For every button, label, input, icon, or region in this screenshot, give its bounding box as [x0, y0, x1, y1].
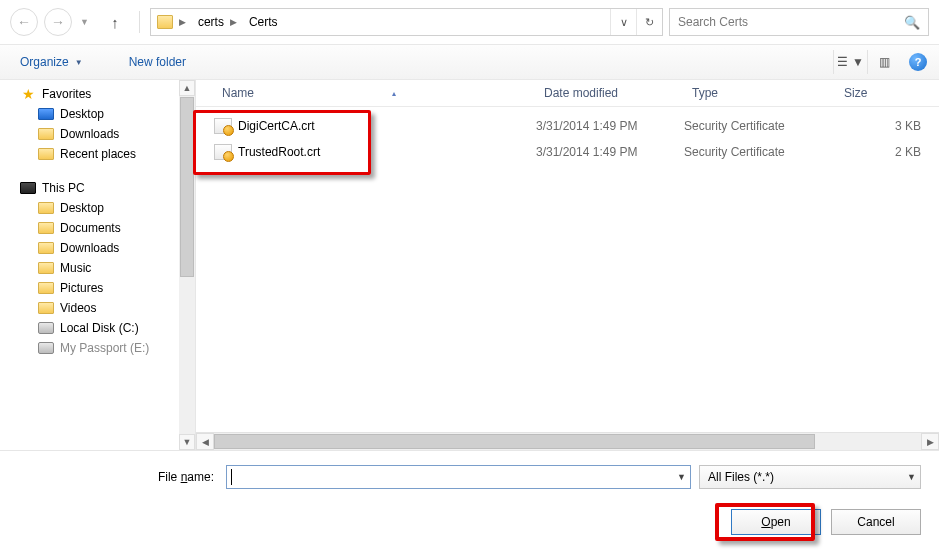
search-placeholder: Search Certs — [678, 15, 904, 29]
nav-pc-desktop[interactable]: Desktop — [0, 198, 195, 218]
cancel-button[interactable]: Cancel — [831, 509, 921, 535]
column-date-label: Date modified — [544, 86, 618, 100]
forward-button[interactable]: → — [44, 8, 72, 36]
breadcrumb-text: certs — [198, 15, 224, 29]
chevron-down-icon[interactable]: ▼ — [677, 472, 686, 482]
help-button[interactable]: ? — [909, 53, 927, 71]
preview-pane-button[interactable]: ▥ — [867, 50, 901, 74]
filter-label: All Files (*.*) — [708, 470, 774, 484]
list-view-icon: ☰ — [837, 55, 848, 69]
nav-pc-downloads[interactable]: Downloads — [0, 238, 195, 258]
cancel-label: Cancel — [857, 515, 894, 529]
sort-ascending-icon: ▴ — [392, 89, 396, 98]
preview-icon: ▥ — [879, 55, 890, 69]
scroll-right-icon[interactable]: ▶ — [921, 433, 939, 450]
filename-input[interactable]: ▼ — [226, 465, 691, 489]
nav-pc-documents[interactable]: Documents — [0, 218, 195, 238]
breadcrumb[interactable]: ▶ certs ▶ Certs ∨ ↻ — [150, 8, 663, 36]
scrollbar-thumb[interactable] — [180, 97, 194, 277]
scrollbar-track[interactable] — [179, 278, 195, 434]
up-button[interactable]: ↑ — [105, 12, 125, 32]
chevron-right-icon: ▶ — [177, 17, 190, 27]
file-rows: DigiCertCA.crt 3/31/2014 1:49 PM Securit… — [196, 107, 939, 165]
nav-item-label: Pictures — [60, 281, 103, 295]
nav-pc-videos[interactable]: Videos — [0, 298, 195, 318]
search-input[interactable]: Search Certs 🔍 — [669, 8, 929, 36]
column-date[interactable]: Date modified — [536, 80, 684, 106]
nav-recent[interactable]: Recent places — [0, 144, 195, 164]
nav-item-label: Downloads — [60, 127, 119, 141]
filename-label: File name: — [18, 470, 218, 484]
history-dropdown[interactable]: ▼ — [80, 17, 89, 27]
nav-item-label: Local Disk (C:) — [60, 321, 139, 335]
certificate-icon — [214, 118, 232, 134]
certificate-icon — [214, 144, 232, 160]
nav-downloads[interactable]: Downloads — [0, 124, 195, 144]
folder-icon — [38, 128, 54, 140]
navigation-pane: ★ Favorites Desktop Downloads Recent pla… — [0, 80, 196, 450]
nav-pc-pictures[interactable]: Pictures — [0, 278, 195, 298]
file-date: 3/31/2014 1:49 PM — [536, 145, 684, 159]
folder-icon — [38, 202, 54, 214]
nav-item-label: Desktop — [60, 201, 104, 215]
refresh-button[interactable]: ↻ — [636, 9, 662, 35]
file-type-filter[interactable]: All Files (*.*) ▼ — [699, 465, 921, 489]
folder-icon — [38, 282, 54, 294]
breadcrumb-root[interactable]: ▶ — [151, 9, 192, 35]
file-name: TrustedRoot.crt — [238, 145, 320, 159]
thispc-label: This PC — [42, 181, 85, 195]
new-folder-button[interactable]: New folder — [121, 51, 194, 73]
column-size-label: Size — [844, 86, 867, 100]
thispc-group[interactable]: This PC — [0, 178, 195, 198]
drive-icon — [38, 342, 54, 354]
file-list-pane: Name ▴ Date modified Type Size DigiCertC… — [196, 80, 939, 450]
nav-pc-localdisk[interactable]: Local Disk (C:) — [0, 318, 195, 338]
nav-item-label: Downloads — [60, 241, 119, 255]
list-h-scrollbar[interactable]: ◀ ▶ — [196, 432, 939, 450]
file-row[interactable]: DigiCertCA.crt 3/31/2014 1:49 PM Securit… — [212, 113, 939, 139]
nav-pc-music[interactable]: Music — [0, 258, 195, 278]
scroll-up-icon[interactable]: ▲ — [179, 80, 195, 96]
column-name[interactable]: Name ▴ — [214, 80, 536, 106]
folder-icon — [38, 242, 54, 254]
nav-desktop[interactable]: Desktop — [0, 104, 195, 124]
file-size: 3 KB — [836, 119, 939, 133]
view-options-button[interactable]: ☰ ▼ — [833, 50, 867, 74]
column-size[interactable]: Size — [836, 80, 939, 106]
organize-button[interactable]: Organize ▼ — [12, 51, 91, 73]
address-dropdown[interactable]: ∨ — [610, 9, 636, 35]
drive-icon — [38, 322, 54, 334]
column-type[interactable]: Type — [684, 80, 836, 106]
nav-scrollbar[interactable]: ▲ ▼ — [179, 80, 195, 450]
column-type-label: Type — [692, 86, 718, 100]
organize-label: Organize — [20, 55, 69, 69]
desktop-icon — [38, 108, 54, 120]
new-folder-label: New folder — [129, 55, 186, 69]
scroll-down-icon[interactable]: ▼ — [179, 434, 195, 450]
back-button[interactable]: ← — [10, 8, 38, 36]
file-type: Security Certificate — [684, 119, 836, 133]
star-icon: ★ — [20, 87, 36, 101]
column-headers: Name ▴ Date modified Type Size — [196, 80, 939, 107]
file-size: 2 KB — [836, 145, 939, 159]
nav-pc-passport[interactable]: My Passport (E:) — [0, 338, 195, 358]
favorites-group[interactable]: ★ Favorites — [0, 84, 195, 104]
chevron-down-icon: ▼ — [75, 58, 83, 67]
scrollbar-thumb[interactable] — [214, 434, 815, 449]
chevron-down-icon: ▼ — [852, 55, 864, 69]
scrollbar-track[interactable] — [214, 433, 921, 450]
nav-item-label: Recent places — [60, 147, 136, 161]
file-date: 3/31/2014 1:49 PM — [536, 119, 684, 133]
separator — [139, 11, 140, 33]
folder-icon — [38, 222, 54, 234]
chevron-down-icon[interactable]: ▼ — [907, 472, 916, 482]
recent-icon — [38, 148, 54, 160]
breadcrumb-item-0[interactable]: certs ▶ — [192, 9, 243, 35]
folder-icon — [38, 302, 54, 314]
open-button[interactable]: Open — [731, 509, 821, 535]
search-icon: 🔍 — [904, 15, 920, 30]
breadcrumb-item-1[interactable]: Certs — [243, 9, 280, 35]
scroll-left-icon[interactable]: ◀ — [196, 433, 214, 450]
file-row[interactable]: TrustedRoot.crt 3/31/2014 1:49 PM Securi… — [212, 139, 939, 165]
nav-item-label: Documents — [60, 221, 121, 235]
